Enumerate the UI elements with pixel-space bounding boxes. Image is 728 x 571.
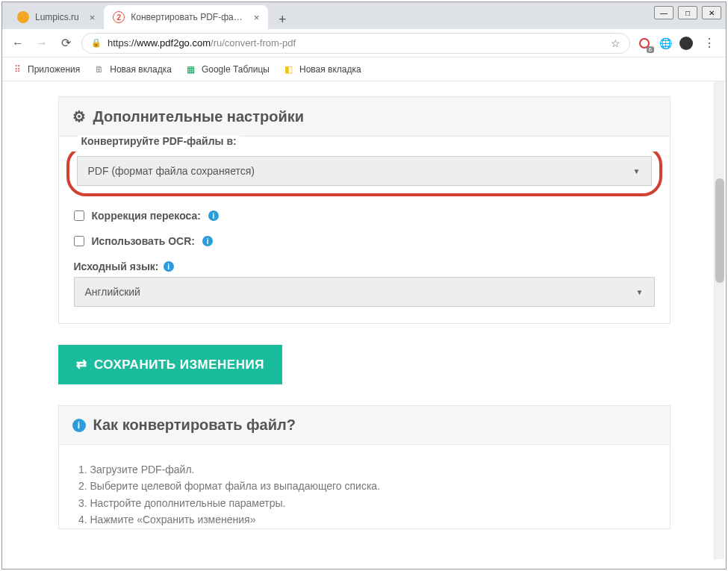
panel-title: Дополнительные настройки (93, 108, 305, 125)
url-text: https://www.pdf2go.com/ru/convert-from-p… (108, 37, 296, 49)
list-item: Выберите целевой формат файла из выпадаю… (90, 478, 655, 494)
page-icon: 🗎 (93, 63, 105, 75)
highlighted-dropdown-area: PDF (формат файла сохраняется) ▼ (66, 146, 662, 196)
apps-icon: ⠿ (11, 63, 23, 75)
back-button[interactable]: ← (10, 37, 26, 50)
tab-lumpics[interactable]: Lumpics.ru × (8, 5, 104, 29)
address-bar-row: ← → ⟳ 🔒 https://www.pdf2go.com/ru/conver… (2, 29, 726, 57)
maximize-button[interactable]: □ (678, 6, 697, 19)
info-icon[interactable]: i (164, 261, 174, 272)
close-icon[interactable]: × (90, 12, 96, 23)
bookmarks-bar: ⠿ Приложения 🗎 Новая вкладка ▦ Google Та… (2, 57, 726, 81)
extension-globe-icon[interactable]: 🌐 (659, 37, 672, 50)
language-label: Исходный язык: i (74, 260, 655, 272)
extension-opera-icon[interactable]: 6 (638, 37, 651, 50)
list-item: Нажмите «Сохранить изменения» (90, 511, 655, 528)
ocr-checkbox[interactable] (74, 236, 84, 246)
favicon-icon (17, 11, 29, 23)
swap-icon: ⇄ (76, 357, 87, 372)
page-content: ⚙ Дополнительные настройки PDF (формат ф… (2, 81, 726, 559)
bookmark-label: Приложения (28, 64, 80, 75)
bookmark-label: Новая вкладка (110, 64, 172, 75)
new-tab-button[interactable]: + (273, 10, 292, 29)
close-icon[interactable]: × (254, 12, 260, 23)
close-button[interactable]: ✕ (702, 6, 721, 19)
ocr-label: Использовать OCR: (92, 235, 196, 247)
bookmark-star-icon[interactable]: ☆ (611, 37, 620, 49)
bookmark-label: Новая вкладка (299, 64, 361, 75)
bookmark-apps[interactable]: ⠿ Приложения (11, 63, 80, 75)
deskew-label: Коррекция перекоса: (92, 210, 201, 222)
bookmark-sheets[interactable]: ▦ Google Таблицы (185, 63, 270, 75)
button-label: СОХРАНИТЬ ИЗМЕНЕНИЯ (94, 358, 264, 372)
panel-header: i Как конвертировать файл? (59, 406, 670, 445)
language-select[interactable]: Английский ▼ (74, 277, 655, 307)
advanced-settings-panel: ⚙ Дополнительные настройки PDF (формат ф… (58, 96, 671, 324)
bookmark-label: Google Таблицы (202, 64, 270, 75)
list-item: Загрузите PDF-файл. (90, 461, 655, 478)
browser-tabs: Lumpics.ru × 2 Конвертировать PDF-файл —… (2, 2, 726, 29)
convert-label: Конвертируйте PDF-файлы в: (78, 135, 240, 147)
lock-icon: 🔒 (91, 38, 102, 48)
sheets-icon: ▦ (185, 63, 197, 75)
tab-label: Lumpics.ru (35, 12, 79, 22)
info-icon[interactable]: i (208, 210, 219, 221)
chevron-down-icon: ▼ (633, 167, 641, 175)
badge-count: 6 (647, 46, 654, 53)
select-value: PDF (формат файла сохраняется) (88, 165, 255, 177)
select-value: Английский (85, 286, 140, 298)
bookmark-newtab1[interactable]: 🗎 Новая вкладка (93, 63, 172, 75)
forward-button[interactable]: → (34, 37, 50, 50)
address-bar[interactable]: 🔒 https://www.pdf2go.com/ru/convert-from… (81, 33, 630, 54)
list-item: Настройте дополнительные параметры. (90, 495, 655, 511)
gears-icon: ⚙ (72, 107, 86, 125)
info-icon: i (72, 419, 86, 432)
bookmark-newtab2[interactable]: ◧ Новая вкладка (283, 63, 361, 75)
deskew-checkbox[interactable] (74, 210, 84, 221)
favicon-icon: 2 (113, 11, 125, 23)
info-icon[interactable]: i (202, 236, 213, 246)
save-changes-button[interactable]: ⇄ СОХРАНИТЬ ИЗМЕНЕНИЯ (58, 345, 282, 384)
chevron-down-icon: ▼ (636, 288, 644, 296)
format-select[interactable]: PDF (формат файла сохраняется) ▼ (77, 156, 652, 186)
reload-button[interactable]: ⟳ (57, 36, 74, 50)
profile-avatar[interactable] (679, 37, 693, 50)
browser-menu-button[interactable]: ⋮ (700, 36, 718, 50)
page-icon: ◧ (283, 63, 295, 75)
how-to-list: Загрузите PDF-файл. Выберите целевой фор… (74, 458, 655, 528)
panel-header: ⚙ Дополнительные настройки (59, 97, 670, 137)
tab-label: Конвертировать PDF-файл — К (131, 12, 243, 22)
panel-title: Как конвертировать файл? (93, 416, 296, 434)
tab-pdf2go[interactable]: 2 Конвертировать PDF-файл — К × (104, 5, 268, 29)
minimize-button[interactable]: — (654, 6, 673, 19)
how-to-panel: i Как конвертировать файл? Загрузите PDF… (58, 405, 671, 529)
